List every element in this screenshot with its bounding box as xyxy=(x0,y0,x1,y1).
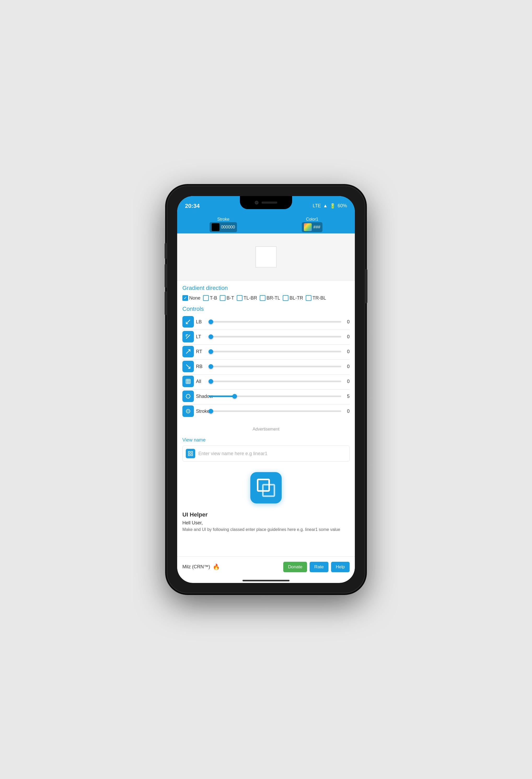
bottom-action-buttons: Donate Rate Help xyxy=(283,562,350,572)
fire-icon: 🔥 xyxy=(213,563,220,571)
lt-slider[interactable] xyxy=(208,336,341,338)
power-button[interactable] xyxy=(365,269,368,303)
lt-slider-thumb[interactable] xyxy=(208,334,213,339)
donate-button[interactable]: Donate xyxy=(283,562,307,572)
gradient-section-title: Gradient direction xyxy=(182,285,350,292)
svg-line-1 xyxy=(186,335,190,339)
shadow-icon-button[interactable] xyxy=(182,391,194,402)
stroke-control[interactable]: Stroke 000000 xyxy=(210,217,237,232)
svg-line-2 xyxy=(186,350,190,354)
gradient-checkbox-tb[interactable] xyxy=(203,295,209,301)
lb-icon-button[interactable] xyxy=(182,316,194,327)
signal-icon: ▲ xyxy=(323,203,328,208)
front-camera xyxy=(255,201,258,204)
gradient-checkbox-brtl[interactable] xyxy=(260,295,265,301)
gradient-checkbox-bltr[interactable] xyxy=(283,295,288,301)
volume-down-button[interactable] xyxy=(164,292,167,315)
svg-line-17 xyxy=(186,398,187,398)
svg-rect-21 xyxy=(191,452,193,453)
all-value: 0 xyxy=(343,379,350,384)
all-icon-button[interactable] xyxy=(182,376,194,387)
stroke-icon-button[interactable] xyxy=(182,406,194,417)
rt-icon-button[interactable] xyxy=(182,346,194,357)
screen-inner: 20:34 LTE ▲ 🔋 60% Stroke xyxy=(177,196,355,583)
gradient-checkbox-bt[interactable] xyxy=(220,295,225,301)
all-slider[interactable] xyxy=(208,380,341,382)
gradient-option-bt[interactable]: B-T xyxy=(220,295,234,301)
control-row-all: All 0 xyxy=(182,376,350,387)
rb-slider-thumb[interactable] xyxy=(208,364,213,369)
svg-line-16 xyxy=(189,395,190,395)
lt-icon-button[interactable] xyxy=(182,331,194,343)
svg-line-14 xyxy=(186,395,187,395)
control-row-stroke: Stroke 0 xyxy=(182,406,350,417)
gradient-label-trbl: TR-BL xyxy=(313,295,326,301)
rt-slider[interactable] xyxy=(208,351,341,352)
view-name-placeholder[interactable]: Enter view name here e.g linear1 xyxy=(198,451,267,457)
battery-percent: 60% xyxy=(338,203,347,208)
volume-up-button[interactable] xyxy=(164,264,167,288)
gradient-label-none: None xyxy=(189,295,200,301)
stroke-color-value: 000000 xyxy=(221,225,235,230)
gradient-options: ✓ None T-B B-T xyxy=(182,295,350,301)
gradient-option-tb[interactable]: T-B xyxy=(203,295,217,301)
advertisement-label: Advertisement xyxy=(182,426,350,433)
control-row-rt: RT 0 xyxy=(182,346,350,357)
gradient-label-brtl: BR-TL xyxy=(267,295,280,301)
help-button[interactable]: Help xyxy=(331,562,350,572)
rb-icon-button[interactable] xyxy=(182,361,194,372)
status-bar: 20:34 LTE ▲ 🔋 60% xyxy=(177,196,355,216)
rb-slider[interactable] xyxy=(208,366,341,367)
control-row-lt: LT 0 xyxy=(182,331,350,343)
gradient-checkbox-tlbr[interactable] xyxy=(237,295,243,301)
view-name-input-row[interactable]: Enter view name here e.g linear1 xyxy=(182,445,350,462)
rb-label: RB xyxy=(196,364,206,369)
gradient-option-bltr[interactable]: BL-TR xyxy=(283,295,303,301)
svg-line-3 xyxy=(186,365,190,369)
shadow-slider-fill xyxy=(208,396,235,397)
battery-icon: 🔋 xyxy=(330,203,335,209)
main-content[interactable]: Gradient direction ✓ None T-B xyxy=(177,233,355,556)
control-row-rb: RB 0 xyxy=(182,361,350,372)
rate-button[interactable]: Rate xyxy=(310,562,328,572)
advertisement-section: Advertisement xyxy=(177,422,355,435)
svg-line-0 xyxy=(186,320,190,324)
color1-color-box[interactable]: ### xyxy=(302,222,322,232)
svg-line-15 xyxy=(189,398,190,398)
status-right-icons: LTE ▲ 🔋 60% xyxy=(313,203,347,209)
rt-slider-thumb[interactable] xyxy=(208,349,213,354)
status-time: 20:34 xyxy=(185,202,200,209)
ui-helper-greeting: Hell User, xyxy=(182,520,350,526)
gradient-option-brtl[interactable]: BR-TL xyxy=(260,295,280,301)
color1-value: ### xyxy=(313,225,320,230)
color1-control[interactable]: Color1 ### xyxy=(302,217,322,232)
stroke-control-label: Stroke xyxy=(196,409,206,414)
shadow-slider-thumb[interactable] xyxy=(232,394,237,399)
svg-point-18 xyxy=(186,409,190,413)
gradient-option-tlbr[interactable]: TL-BR xyxy=(237,295,257,301)
stroke-color-swatch xyxy=(212,223,219,231)
stroke-label: Stroke xyxy=(217,217,229,222)
svg-rect-4 xyxy=(186,379,191,384)
shadow-slider[interactable] xyxy=(208,396,341,397)
gradient-option-none[interactable]: ✓ None xyxy=(182,295,200,301)
svg-point-19 xyxy=(187,410,189,412)
screen-outer: 20:34 LTE ▲ 🔋 60% Stroke xyxy=(177,196,355,583)
logo-section xyxy=(177,464,355,509)
lb-slider[interactable] xyxy=(208,321,341,322)
gradient-label-bt: B-T xyxy=(226,295,234,301)
stroke-slider[interactable] xyxy=(208,410,341,412)
earpiece-speaker xyxy=(262,201,277,204)
gradient-checkbox-none[interactable]: ✓ xyxy=(182,295,188,301)
home-indicator[interactable] xyxy=(243,580,289,581)
gradient-label-tlbr: TL-BR xyxy=(244,295,257,301)
gradient-option-trbl[interactable]: TR-BL xyxy=(306,295,326,301)
volume-mute-button[interactable] xyxy=(164,243,167,259)
stroke-color-box[interactable]: 000000 xyxy=(210,222,237,232)
page-wrapper: 20:34 LTE ▲ 🔋 60% Stroke xyxy=(0,0,532,779)
lb-slider-thumb[interactable] xyxy=(208,319,213,324)
stroke-slider-thumb[interactable] xyxy=(208,409,213,414)
lt-label: LT xyxy=(196,334,206,340)
gradient-checkbox-trbl[interactable] xyxy=(306,295,312,301)
all-slider-thumb[interactable] xyxy=(208,379,213,384)
